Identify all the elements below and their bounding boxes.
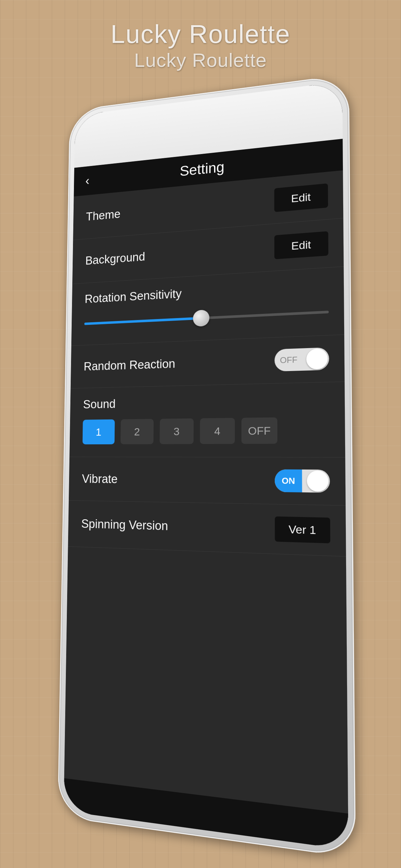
- toggle-knob-off: [306, 348, 328, 370]
- settings-body: Theme Edit Background Edit Rotation Sens…: [64, 170, 348, 813]
- sound-btn-3[interactable]: 3: [159, 418, 193, 444]
- toggle-on-knob: ON: [275, 469, 302, 492]
- sound-label: Sound: [83, 393, 329, 411]
- random-reaction-label: Random Reaction: [84, 357, 175, 373]
- slider-fill: [84, 317, 201, 325]
- app-title-sub: Lucky Roulette: [0, 49, 401, 71]
- sound-btn-2[interactable]: 2: [120, 419, 154, 444]
- sound-buttons: 1 2 3 4 OFF: [83, 416, 330, 444]
- sound-btn-1[interactable]: 1: [83, 420, 115, 444]
- rotation-sensitivity-label: Rotation Sensitivity: [85, 278, 329, 306]
- background-edit-button[interactable]: Edit: [274, 231, 328, 259]
- slider-thumb[interactable]: [193, 310, 210, 327]
- app-content: ‹ Setting Theme Edit Background Edit Rot…: [64, 139, 348, 850]
- toggle-on-white-knob: [307, 470, 328, 492]
- slider-container[interactable]: [84, 302, 329, 333]
- toggle-off-text: OFF: [280, 354, 297, 365]
- app-title-area: Lucky Roulette Lucky Roulette: [0, 0, 401, 81]
- background-label: Background: [85, 250, 145, 268]
- vibrate-label: Vibrate: [82, 472, 118, 486]
- phone-frame: ‹ Setting Theme Edit Background Edit Rot…: [58, 74, 356, 858]
- toggle-on-text: ON: [281, 476, 295, 486]
- spinning-version-button[interactable]: Ver 1: [275, 516, 330, 543]
- theme-label: Theme: [86, 208, 120, 223]
- spinning-version-row: Spinning Version Ver 1: [68, 500, 346, 557]
- page-title: Setting: [180, 158, 224, 179]
- sound-section: Sound 1 2 3 4 OFF: [69, 382, 345, 458]
- slider-track: [84, 311, 329, 325]
- back-button[interactable]: ‹: [85, 175, 89, 187]
- random-reaction-toggle[interactable]: OFF: [274, 347, 329, 372]
- spinning-version-label: Spinning Version: [81, 517, 168, 533]
- phone-screen: ‹ Setting Theme Edit Background Edit Rot…: [64, 82, 348, 850]
- vibrate-toggle[interactable]: ON: [275, 469, 330, 493]
- vibrate-row: Vibrate ON: [69, 457, 346, 506]
- sound-btn-4[interactable]: 4: [200, 418, 235, 444]
- theme-edit-button[interactable]: Edit: [274, 183, 328, 212]
- sound-btn-off[interactable]: OFF: [242, 417, 277, 444]
- app-title-main: Lucky Roulette: [0, 20, 401, 49]
